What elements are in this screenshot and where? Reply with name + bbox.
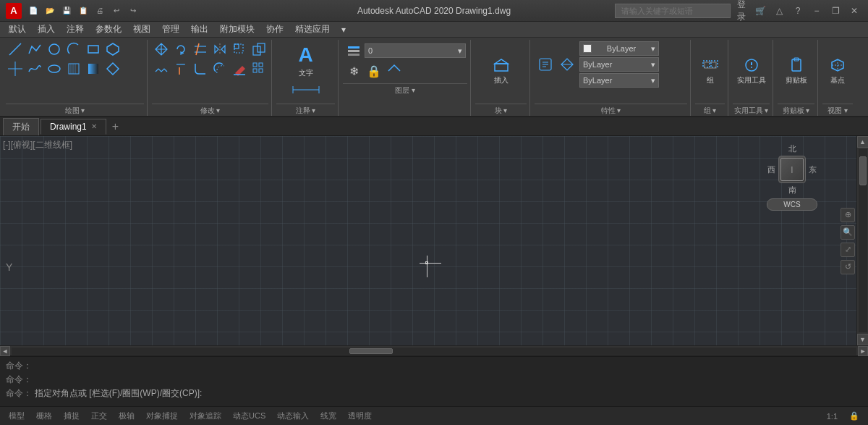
layer-freeze-tool[interactable]: ❄ — [344, 62, 363, 80]
lineweight-dropdown[interactable]: ByLayer ▾ — [579, 73, 659, 88]
color-dropdown[interactable]: ByLayer ▾ — [579, 41, 659, 56]
layer-dropdown[interactable]: 0 ▾ — [365, 43, 466, 58]
transparency-button[interactable]: 透明度 — [345, 411, 375, 421]
redo-button[interactable]: ↪ — [126, 4, 140, 18]
connect-button[interactable]: △ — [771, 3, 787, 19]
hscroll-thumb[interactable] — [349, 348, 393, 354]
menu-parametric[interactable]: 参数化 — [90, 22, 127, 37]
properties-tool[interactable] — [536, 55, 555, 74]
store-button[interactable]: 🛒 — [752, 3, 768, 19]
circle-tool[interactable] — [45, 40, 64, 59]
model-space-button[interactable]: 模型 — [6, 411, 27, 421]
help-button[interactable]: ? — [790, 3, 806, 19]
save-button[interactable]: 💾 — [59, 4, 74, 18]
scroll-down-button[interactable]: ▼ — [857, 334, 869, 345]
line-tool[interactable] — [6, 40, 25, 59]
viewcube-cube[interactable]: | — [778, 156, 806, 183]
ortho-button[interactable]: 正交 — [88, 411, 110, 421]
horizontal-scrollbar[interactable]: ◄ ► — [0, 345, 868, 355]
offset-tool[interactable] — [210, 59, 229, 78]
stretch-tool[interactable] — [152, 59, 171, 78]
polar-button[interactable]: 极轴 — [116, 411, 137, 421]
layer-lock-tool[interactable]: 🔒 — [365, 62, 383, 80]
menu-view[interactable]: 视图 — [127, 22, 156, 37]
scroll-left-button[interactable]: ◄ — [0, 346, 10, 356]
matchprop-tool[interactable] — [558, 55, 576, 74]
menu-manage[interactable]: 管理 — [156, 22, 185, 37]
scroll-track[interactable] — [859, 149, 867, 332]
tab-close-icon[interactable]: ✕ — [91, 122, 97, 130]
pan-icon[interactable]: ⊕ — [841, 208, 855, 222]
array-tool[interactable] — [250, 59, 268, 78]
viewcube[interactable]: 北 西 | 东 南 WCS — [767, 143, 817, 211]
saveas-button[interactable]: 📋 — [76, 4, 90, 18]
scroll-thumb[interactable] — [859, 156, 867, 185]
erase-tool[interactable] — [230, 59, 249, 78]
hscroll-track[interactable] — [12, 348, 856, 355]
menu-insert[interactable]: 插入 — [32, 22, 61, 37]
print-button[interactable]: 🖨 — [93, 4, 107, 18]
polyline-tool[interactable] — [25, 40, 44, 59]
gradient-tool[interactable] — [84, 59, 103, 78]
view-tool[interactable]: 基点 — [823, 53, 852, 89]
xline-tool[interactable] — [6, 59, 25, 78]
group-tool[interactable]: 组 — [696, 53, 725, 89]
dyn-button[interactable]: 动态输入 — [274, 411, 312, 421]
scroll-right-button[interactable]: ► — [858, 346, 868, 356]
spline-tool[interactable] — [25, 59, 44, 78]
menu-annotation[interactable]: 注释 — [61, 22, 90, 37]
linetype-dropdown[interactable]: ByLayer ▾ — [579, 57, 659, 72]
hatch-tool[interactable] — [64, 59, 83, 78]
menu-default[interactable]: 默认 — [3, 22, 32, 37]
dimension-tool[interactable] — [288, 80, 324, 99]
tab-drawing1[interactable]: Drawing1 ✕ — [41, 119, 106, 135]
scroll-up-button[interactable]: ▲ — [857, 136, 869, 148]
sign-in-button[interactable]: 登录 — [733, 3, 749, 19]
extend-tool[interactable] — [171, 59, 190, 78]
clipboard-tool[interactable]: 剪贴板 — [782, 53, 811, 89]
ducs-button[interactable]: 动态UCS — [230, 411, 268, 421]
undo-button[interactable]: ↩ — [109, 4, 124, 18]
fillet-tool[interactable] — [191, 59, 210, 78]
search-input[interactable] — [615, 4, 731, 18]
scale-tool[interactable] — [230, 40, 249, 59]
insert-block-tool[interactable]: 插入 — [487, 53, 516, 89]
menu-output[interactable]: 输出 — [185, 22, 214, 37]
tab-add-button[interactable]: + — [108, 120, 123, 133]
mirror-tool[interactable] — [210, 40, 229, 59]
move-tool[interactable] — [152, 40, 171, 59]
wcs-button[interactable]: WCS — [767, 198, 817, 211]
zoom-realtime-icon[interactable]: 🔍 — [841, 225, 855, 240]
tab-start[interactable]: 开始 — [3, 118, 39, 135]
utilities-tool[interactable]: 实用工具 — [737, 53, 766, 89]
annotation-scale[interactable]: 1:1 — [824, 412, 841, 421]
arc-tool[interactable] — [64, 40, 83, 59]
menu-addons[interactable]: 附加模块 — [214, 22, 260, 37]
rectangle-tool[interactable] — [84, 40, 103, 59]
menu-more[interactable]: ▾ — [336, 23, 352, 36]
lineweight-button[interactable]: 线宽 — [318, 411, 339, 421]
open-button[interactable]: 📂 — [43, 4, 57, 18]
trim-tool[interactable] — [191, 40, 210, 59]
polygon-tool[interactable] — [103, 40, 122, 59]
drawing-canvas[interactable]: [-][俯视][二维线框] Y 北 西 | 东 南 WCS ⊕ � — [0, 136, 868, 345]
restore-button[interactable]: ❐ — [827, 3, 843, 19]
grid-button[interactable]: 栅格 — [33, 411, 55, 421]
menu-collaborate[interactable]: 协作 — [260, 22, 289, 37]
close-button[interactable]: ✕ — [846, 3, 862, 19]
ellipse-tool[interactable] — [45, 59, 64, 78]
zoom-extents-icon[interactable]: ⤢ — [841, 243, 855, 257]
minimize-button[interactable]: − — [809, 3, 825, 19]
orbit-icon[interactable]: ↺ — [841, 260, 855, 274]
otrack-button[interactable]: 对象追踪 — [187, 411, 224, 421]
snap-button[interactable]: 捕捉 — [61, 411, 82, 421]
layer-properties-tool[interactable] — [344, 41, 363, 60]
vertical-scrollbar[interactable]: ▲ ▼ — [856, 136, 868, 345]
lock-icon[interactable]: 🔒 — [846, 411, 862, 421]
rotate-tool[interactable] — [171, 40, 190, 59]
copy-tool[interactable] — [250, 40, 268, 59]
menu-featured[interactable]: 精选应用 — [289, 22, 336, 37]
osnap-button[interactable]: 对象捕捉 — [143, 411, 181, 421]
text-tool[interactable]: A 文字 — [292, 43, 320, 79]
region-tool[interactable] — [103, 59, 122, 78]
